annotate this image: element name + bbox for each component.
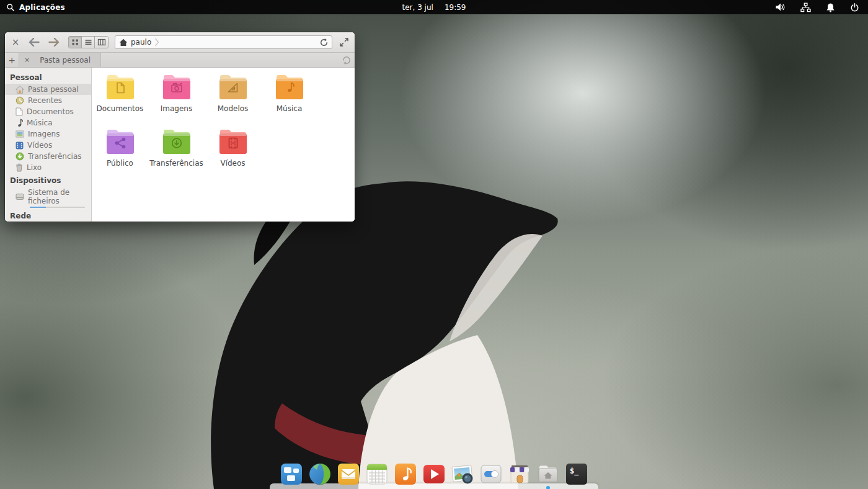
power-indicator[interactable] <box>850 2 859 12</box>
dock-system-settings[interactable] <box>479 462 503 486</box>
sidebar-item-documentos[interactable]: Documentos <box>5 106 91 117</box>
desktop: Aplicações ter, 3 jul 19:59 <box>0 0 868 489</box>
file-view: Documentos Imagens <box>92 68 355 222</box>
images-icon <box>16 130 24 138</box>
folder-icon-videos <box>218 128 248 155</box>
tab-pasta-pessoal[interactable]: × Pasta pessoal <box>19 53 101 67</box>
sidebar-item-recentes[interactable]: Recentes <box>5 95 91 106</box>
trash-icon <box>16 163 23 172</box>
refresh-icon[interactable] <box>320 38 328 47</box>
dock-videos[interactable] <box>422 462 446 486</box>
panel-date: ter, 3 jul <box>402 3 433 12</box>
sidebar-item-lixo[interactable]: Lixo <box>5 162 91 173</box>
column-view-button[interactable] <box>95 37 108 48</box>
applications-menu[interactable]: Aplicações <box>0 3 65 12</box>
maximize-button[interactable] <box>339 38 350 47</box>
list-view-button[interactable] <box>82 37 95 48</box>
chevron-right-icon <box>154 38 159 47</box>
home-icon <box>16 86 24 94</box>
dock-music[interactable] <box>394 462 417 486</box>
tab-bar: + × Pasta pessoal <box>5 53 355 68</box>
forward-button[interactable] <box>47 38 61 47</box>
sidebar-item-musica[interactable]: Música <box>5 117 91 128</box>
folder-label: Música <box>277 104 303 113</box>
arrow-right-icon <box>48 38 60 47</box>
files-app-icon <box>536 462 560 486</box>
breadcrumb[interactable]: paulo <box>131 38 151 47</box>
dock-files[interactable] <box>536 462 560 486</box>
dock-calendar[interactable] <box>365 462 389 486</box>
sidebar-item-transferencias[interactable]: Transferências <box>5 151 91 162</box>
applications-menu-label: Aplicações <box>19 3 65 12</box>
calendar-icon <box>365 462 389 486</box>
terminal-prompt-glyph: $_ <box>570 467 579 476</box>
sidebar-item-pasta-pessoal[interactable]: Pasta pessoal <box>5 84 91 95</box>
datetime-indicator[interactable]: ter, 3 jul 19:59 <box>402 3 466 12</box>
volume-indicator[interactable] <box>775 2 786 12</box>
harddisk-icon <box>16 193 24 200</box>
search-icon <box>6 3 15 12</box>
history-icon <box>342 56 351 65</box>
window-toolbar: × <box>5 32 355 53</box>
folder-label: Transferências <box>149 159 203 168</box>
folder-icon-transferencias <box>162 128 192 155</box>
document-icon <box>16 107 23 116</box>
top-panel: Aplicações ter, 3 jul 19:59 <box>0 0 868 14</box>
mail-icon <box>337 462 360 486</box>
grid-view-button[interactable] <box>69 37 82 48</box>
folder-imagens[interactable]: Imagens <box>148 74 205 128</box>
notifications-indicator[interactable] <box>826 2 835 12</box>
back-button[interactable] <box>27 38 41 47</box>
panel-time: 19:59 <box>445 3 466 12</box>
network-indicator[interactable] <box>800 2 811 12</box>
dock-terminal[interactable]: $_ <box>565 462 588 486</box>
power-icon <box>850 2 859 12</box>
sidebar-item-videos[interactable]: Vídeos <box>5 140 91 151</box>
tab-bar-empty-area <box>101 53 339 67</box>
folder-musica[interactable]: Música <box>261 74 317 128</box>
volume-icon <box>775 2 786 12</box>
arrow-left-icon <box>29 38 40 47</box>
folder-publico[interactable]: Público <box>92 128 148 183</box>
folder-documentos[interactable]: Documentos <box>92 74 148 128</box>
sidebar: Pessoal Pasta pessoal Recentes <box>5 68 92 222</box>
window-close-button[interactable]: × <box>10 38 21 47</box>
dock-photos[interactable] <box>451 462 474 486</box>
dock-appcenter[interactable] <box>508 462 531 486</box>
appcenter-icon <box>508 462 531 486</box>
folder-transferencias[interactable]: Transferências <box>148 128 205 183</box>
files-window: × <box>5 32 355 222</box>
folder-icon-documentos <box>105 74 135 100</box>
network-icon <box>800 2 811 12</box>
dock: $_ <box>270 462 598 489</box>
system-settings-icon <box>479 462 503 486</box>
dock-web-browser[interactable] <box>308 462 332 486</box>
photos-icon <box>451 462 474 486</box>
folder-label: Documentos <box>97 104 144 113</box>
restore-tab-button[interactable] <box>339 53 355 67</box>
dock-multitasking[interactable] <box>280 462 303 486</box>
notifications-icon <box>826 2 835 12</box>
folder-icon-publico <box>105 128 135 155</box>
sidebar-section-dispositivos: Dispositivos <box>5 174 91 187</box>
path-bar[interactable]: paulo <box>115 35 332 49</box>
column-view-icon <box>97 38 106 46</box>
folder-label: Público <box>107 159 133 168</box>
running-indicator <box>546 486 550 489</box>
downloads-icon <box>16 152 24 161</box>
sidebar-item-imagens[interactable]: Imagens <box>5 128 91 140</box>
recents-icon <box>16 96 24 105</box>
folder-modelos[interactable]: Modelos <box>205 74 261 128</box>
grid-view-icon <box>71 38 79 46</box>
web-browser-icon <box>308 462 332 486</box>
folder-videos[interactable]: Vídeos <box>205 128 261 183</box>
folder-label: Modelos <box>218 104 249 113</box>
new-tab-button[interactable]: + <box>5 53 19 67</box>
sidebar-item-sistema-de-ficheiros[interactable]: Sistema de ficheiros <box>5 187 91 207</box>
terminal-icon: $_ <box>565 462 588 486</box>
tab-close-button[interactable]: × <box>24 56 30 63</box>
folder-icon-musica <box>275 74 304 100</box>
folder-icon-modelos <box>218 74 248 100</box>
tab-label: Pasta pessoal <box>35 56 95 65</box>
dock-mail[interactable] <box>337 462 360 486</box>
